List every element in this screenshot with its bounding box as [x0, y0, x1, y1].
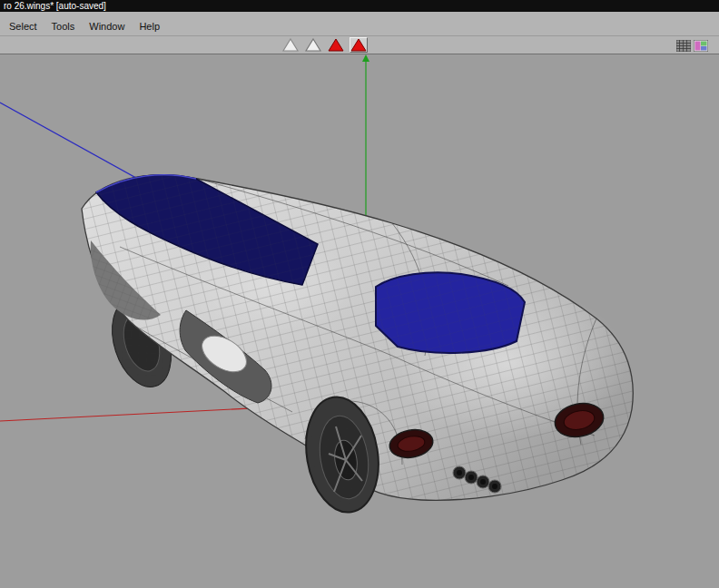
vertex-select-mode-icon [282, 38, 299, 52]
menu-help[interactable]: Help [132, 19, 167, 34]
body-select-mode-button[interactable] [350, 37, 368, 53]
selection-mode-group [281, 37, 368, 53]
menu-bar: Select Tools Window Help [0, 12, 719, 36]
face-select-mode-button[interactable] [327, 37, 345, 53]
edge-select-mode-icon [305, 38, 321, 52]
window-title: ro 26.wings* [auto-saved] [4, 1, 106, 11]
body-select-mode-icon [350, 38, 367, 52]
view-toggle-group [676, 39, 708, 55]
viewport[interactable] [0, 54, 719, 588]
menu-window[interactable]: Window [82, 19, 132, 34]
y-axis-arrow [362, 54, 369, 62]
menu-tools[interactable]: Tools [44, 19, 83, 34]
vertex-select-mode-button[interactable] [281, 37, 300, 53]
viewport-canvas[interactable] [0, 54, 719, 588]
menu-select[interactable]: Select [2, 19, 44, 34]
smooth-view-icon [694, 40, 708, 52]
face-select-mode-icon [328, 38, 344, 52]
wireframe-view-button[interactable] [676, 39, 691, 55]
edge-select-mode-button[interactable] [304, 37, 322, 53]
smooth-view-button[interactable] [694, 39, 708, 55]
toolbar [0, 36, 719, 54]
window-titlebar[interactable]: ro 26.wings* [auto-saved] [0, 0, 719, 12]
wireframe-view-icon [676, 40, 691, 52]
